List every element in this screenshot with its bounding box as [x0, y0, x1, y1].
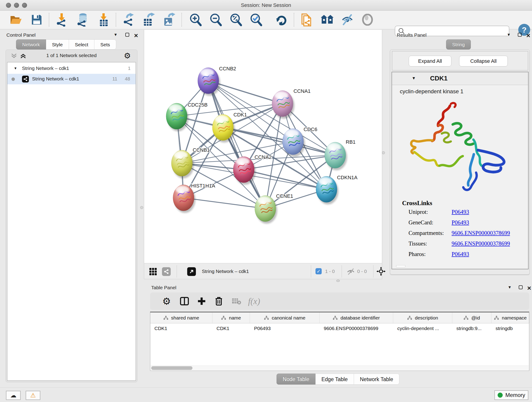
left-splitter-handle[interactable]: [140, 206, 143, 209]
table-cell[interactable]: stringdb:9...: [452, 323, 491, 333]
open-in-window-button[interactable]: [187, 267, 196, 276]
string-home-button[interactable]: [320, 12, 335, 27]
network-type-button[interactable]: [162, 267, 171, 276]
control-panel-close-button[interactable]: ×: [134, 33, 138, 37]
show-columns-button[interactable]: [177, 293, 191, 310]
column-header-shared-name[interactable]: shared name: [150, 313, 212, 323]
network-node-ccne1[interactable]: CCNE1: [255, 193, 293, 224]
zoom-out-button[interactable]: [208, 12, 223, 27]
birds-eye-view-button[interactable]: [149, 268, 157, 276]
column-header-name[interactable]: name: [212, 313, 250, 323]
open-session-button[interactable]: [9, 12, 23, 27]
hide-glass-button[interactable]: [340, 12, 355, 27]
control-panel-float-button[interactable]: [125, 33, 129, 38]
delete-column-button[interactable]: [212, 293, 226, 310]
results-panel-close-button[interactable]: ×: [526, 33, 530, 37]
save-session-button[interactable]: [29, 12, 44, 27]
float-icon: [519, 285, 523, 289]
collapse-all-button[interactable]: Collapse All: [459, 56, 508, 66]
network-node-rb1[interactable]: RB1: [325, 139, 355, 170]
center-view-crosshair-icon[interactable]: [376, 267, 386, 276]
function-builder-button[interactable]: f(x): [247, 293, 261, 310]
network-options-gear-icon[interactable]: ⚙: [124, 51, 131, 60]
network-canvas[interactable]: CCNB2CCNA1CDC25BCDK1CDC6RB1CCNB1CCNA2CDK…: [144, 30, 382, 263]
network-node-cdkn1a[interactable]: CDKN1A: [316, 175, 358, 204]
column-header-database-identifier[interactable]: database identifier: [320, 313, 393, 323]
import-table-file-button[interactable]: [96, 12, 111, 27]
tab-edge-table[interactable]: Edge Table: [316, 374, 354, 385]
column-header-namespace[interactable]: namespace: [491, 313, 530, 323]
column-header-id[interactable]: @id: [452, 313, 491, 323]
import-network-file-button[interactable]: [54, 12, 69, 27]
table-panel-collapse-icon[interactable]: ▼: [508, 285, 512, 290]
cloud-button[interactable]: ☁: [6, 391, 21, 400]
collection-expand-icon[interactable]: ▼: [14, 66, 17, 70]
table-row[interactable]: CDK1CDK1P064939606.ENSP00000378699cyclin…: [150, 323, 529, 333]
hidden-eye-slash-icon[interactable]: [347, 268, 355, 275]
network-edge[interactable]: [208, 81, 265, 209]
network-node-ccna1[interactable]: CCNA1: [272, 88, 311, 119]
network-node-ccnb2[interactable]: CCNB2: [198, 66, 236, 96]
show-glass-button[interactable]: [360, 12, 375, 27]
table-horizontal-scrollbar[interactable]: [151, 366, 529, 370]
table-panel-close-button[interactable]: ×: [527, 286, 531, 290]
expand-all-button[interactable]: Expand All: [409, 56, 451, 66]
table-cell[interactable]: CDK1: [212, 323, 250, 333]
memory-button[interactable]: Memory: [494, 390, 528, 400]
selected-checkbox[interactable]: ✓: [316, 268, 322, 274]
tab-sets[interactable]: Sets: [94, 39, 116, 50]
add-column-button[interactable]: [195, 293, 209, 310]
zoom-in-button[interactable]: [188, 12, 203, 27]
table-cell[interactable]: cyclin-dependent ...: [393, 323, 452, 333]
warnings-button[interactable]: ⚠: [26, 391, 40, 400]
zoom-fit-button[interactable]: [228, 12, 243, 27]
scrollbar-thumb[interactable]: [151, 366, 192, 370]
tab-style[interactable]: Style: [46, 39, 69, 50]
table-cell[interactable]: P06493: [250, 323, 320, 333]
export-table-button[interactable]: [141, 12, 156, 27]
results-panel-float-button[interactable]: [518, 33, 522, 38]
network-edge[interactable]: [184, 198, 265, 209]
control-panel-collapse-icon[interactable]: ▼: [114, 32, 118, 37]
protein-details-scroll[interactable]: ▼ CDK1 cyclin-dependent kinase 1: [392, 72, 529, 269]
crosslink-link[interactable]: P06493: [452, 219, 469, 226]
column-header-description[interactable]: description: [393, 313, 452, 323]
refresh-view-button[interactable]: [274, 12, 289, 27]
import-network-database-button[interactable]: [75, 12, 90, 27]
zoom-selected-button[interactable]: [248, 12, 263, 27]
node-table[interactable]: shared namenamecanonical namedatabase id…: [150, 312, 529, 371]
table-cell[interactable]: 9606.ENSP00000378699: [320, 323, 393, 333]
table-settings-gear-icon[interactable]: ⚙: [160, 293, 173, 310]
results-panel-collapse-icon[interactable]: ▼: [507, 32, 511, 37]
table-cell[interactable]: CDK1: [150, 323, 212, 333]
crosslink-link[interactable]: 9606.ENSP00000378699: [452, 230, 510, 236]
column-header-canonical-name[interactable]: canonical name: [250, 313, 320, 323]
tab-network-table[interactable]: Network Table: [354, 374, 399, 385]
tab-network[interactable]: Network: [16, 39, 46, 50]
crosslink-link[interactable]: 9606.ENSP00000378699: [452, 240, 510, 247]
table-panel-float-button[interactable]: [519, 285, 523, 290]
table-cell[interactable]: stringdb: [491, 323, 530, 333]
mini-scrollbar-thumb[interactable]: [396, 265, 405, 267]
node-label: RB1: [346, 139, 355, 145]
network-edge[interactable]: [244, 170, 326, 189]
network-graph[interactable]: CCNB2CCNA1CDC25BCDK1CDC6RB1CCNB1CCNA2CDK…: [144, 30, 382, 263]
import-string-network-button[interactable]: [299, 12, 314, 27]
network-node-ccnb1[interactable]: CCNB1: [171, 147, 210, 178]
export-network-button[interactable]: [121, 12, 136, 27]
tab-node-table[interactable]: Node Table: [277, 374, 316, 385]
protein-section-header[interactable]: ▼ CDK1: [392, 72, 528, 85]
network-node-ccna2[interactable]: CCNA2: [233, 154, 272, 185]
bottom-splitter-handle[interactable]: [336, 280, 340, 282]
tab-string[interactable]: String: [446, 39, 471, 50]
export-image-button[interactable]: [162, 12, 176, 27]
protein-expand-icon[interactable]: ▼: [412, 76, 416, 81]
tab-select[interactable]: Select: [69, 39, 94, 50]
delete-table-button[interactable]: [230, 293, 243, 310]
crosslink-link[interactable]: P06493: [452, 251, 469, 257]
right-splitter-handle[interactable]: [382, 151, 385, 154]
network-row-selected[interactable]: String Network – cdk1 11 48: [7, 74, 136, 84]
network-collection-row[interactable]: ▼ String Network – cdk1 1: [7, 63, 136, 74]
network-node-hist1h1a[interactable]: HIST1H1A: [173, 183, 215, 213]
crosslink-link[interactable]: P06493: [452, 209, 469, 215]
